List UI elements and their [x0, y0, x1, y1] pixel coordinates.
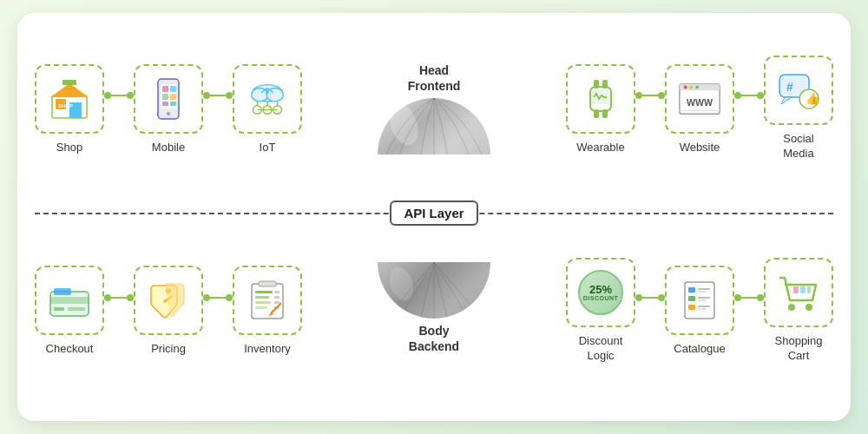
- node-group-discount-logic: 25% DISCOUNT DiscountLogic: [566, 258, 635, 364]
- svg-text:#: #: [786, 80, 793, 94]
- node-box-shop: SHOP: [35, 64, 104, 134]
- node-box-catalogue: [665, 266, 734, 335]
- svg-text:WWW: WWW: [687, 96, 713, 107]
- svg-rect-56: [255, 306, 267, 309]
- wearable-icon: [578, 76, 623, 122]
- node-group-checkout: Checkout: [35, 266, 104, 355]
- node-box-shopping-cart: [764, 258, 833, 327]
- svg-rect-72: [698, 306, 710, 307]
- top-section: SHOP Shop: [35, 22, 833, 195]
- node-box-wearable: [566, 64, 635, 134]
- mobile-label: Mobile: [152, 141, 185, 154]
- svg-rect-58: [274, 296, 279, 299]
- node-box-website: WWW: [665, 64, 734, 134]
- svg-rect-67: [688, 305, 695, 310]
- inventory-label: Inventory: [244, 342, 290, 355]
- connector-catalogue-cart: [734, 294, 764, 301]
- svg-rect-4: [62, 80, 76, 85]
- svg-point-74: [788, 304, 795, 311]
- svg-marker-41: [781, 97, 792, 104]
- svg-point-18: [266, 90, 269, 94]
- mobile-icon: [146, 76, 191, 122]
- node-group-pricing: Pricing: [134, 266, 203, 355]
- website-icon: WWW: [677, 76, 722, 122]
- api-badge: API Layer: [390, 201, 477, 226]
- body-backend-label: Body Backend: [409, 323, 459, 354]
- svg-marker-3: [50, 83, 89, 97]
- pricing-label: Pricing: [151, 342, 186, 355]
- node-group-catalogue: Catalogue: [665, 266, 734, 355]
- website-label: Website: [680, 141, 720, 154]
- center-bottom: Body Backend: [365, 262, 503, 358]
- shopping-cart-icon: [776, 270, 821, 315]
- svg-rect-12: [170, 94, 176, 100]
- discount-logic-label: DiscountLogic: [579, 334, 623, 364]
- node-group-shop: SHOP Shop: [35, 64, 104, 154]
- svg-text:👍: 👍: [806, 91, 820, 106]
- wearable-label: Wearable: [576, 141, 624, 154]
- connector-wearable-website: [635, 92, 665, 99]
- checkout-icon: [47, 278, 92, 323]
- svg-rect-55: [255, 301, 271, 304]
- svg-point-37: [695, 85, 699, 89]
- svg-rect-68: [698, 288, 710, 290]
- inventory-icon: [245, 278, 290, 323]
- node-box-checkout: [35, 266, 104, 335]
- svg-rect-48: [68, 307, 85, 311]
- left-top-nodes: SHOP Shop: [35, 64, 302, 154]
- node-group-wearable: Wearable: [566, 64, 635, 154]
- node-box-inventory: [233, 266, 302, 335]
- center-top: Head Frontend: [365, 62, 503, 155]
- svg-rect-28: [594, 80, 599, 89]
- node-box-mobile: [134, 64, 203, 134]
- svg-text:SHOP: SHOP: [58, 103, 73, 108]
- svg-rect-70: [698, 297, 710, 299]
- svg-rect-65: [688, 287, 695, 293]
- connector-mobile-iot: [203, 92, 233, 99]
- svg-point-36: [689, 85, 693, 89]
- svg-point-8: [167, 112, 170, 115]
- pricing-icon: [146, 278, 191, 323]
- bottom-section: Checkout: [35, 230, 833, 391]
- svg-rect-31: [602, 109, 608, 118]
- catalogue-icon: [677, 278, 722, 323]
- node-box-iot: [233, 64, 302, 134]
- svg-rect-57: [274, 291, 279, 293]
- node-box-pricing: [134, 266, 203, 335]
- connector-checkout-pricing: [104, 294, 134, 301]
- social-media-label: SocialMedia: [783, 132, 813, 161]
- head-frontend-label: Head Frontend: [408, 62, 461, 94]
- api-layer: API Layer: [35, 195, 833, 230]
- svg-rect-59: [274, 301, 279, 304]
- discount-badge: 25% DISCOUNT: [578, 270, 623, 315]
- svg-rect-29: [602, 80, 608, 89]
- svg-rect-47: [54, 307, 64, 311]
- node-group-website: WWW Website: [665, 64, 734, 154]
- svg-rect-77: [800, 286, 806, 293]
- svg-rect-71: [698, 299, 707, 301]
- connector-discount-catalogue: [635, 294, 665, 301]
- node-box-discount-logic: 25% DISCOUNT: [566, 258, 635, 327]
- checkout-label: Checkout: [46, 342, 94, 355]
- shop-icon: SHOP: [47, 76, 92, 122]
- node-group-mobile: Mobile: [134, 64, 203, 154]
- dome-bottom: [378, 262, 490, 319]
- node-group-iot: IoT: [233, 64, 302, 154]
- connector-pricing-inventory: [203, 294, 233, 301]
- node-group-inventory: Inventory: [233, 266, 302, 355]
- svg-rect-11: [162, 94, 168, 100]
- right-bottom-nodes: 25% DISCOUNT DiscountLogic: [566, 258, 833, 364]
- iot-icon: [245, 76, 290, 122]
- node-box-social-media: # 👍: [764, 56, 833, 125]
- node-group-social-media: # 👍 SocialMedia: [764, 56, 833, 161]
- svg-rect-78: [807, 286, 811, 293]
- catalogue-label: Catalogue: [674, 342, 725, 355]
- node-group-shopping-cart: ShoppingCart: [764, 258, 833, 364]
- shopping-cart-label: ShoppingCart: [775, 334, 823, 364]
- svg-point-35: [684, 85, 687, 89]
- svg-rect-76: [793, 286, 799, 293]
- svg-rect-14: [170, 102, 176, 106]
- svg-rect-69: [698, 291, 707, 293]
- svg-point-75: [806, 304, 812, 311]
- right-top-nodes: Wearable WWW: [566, 56, 833, 161]
